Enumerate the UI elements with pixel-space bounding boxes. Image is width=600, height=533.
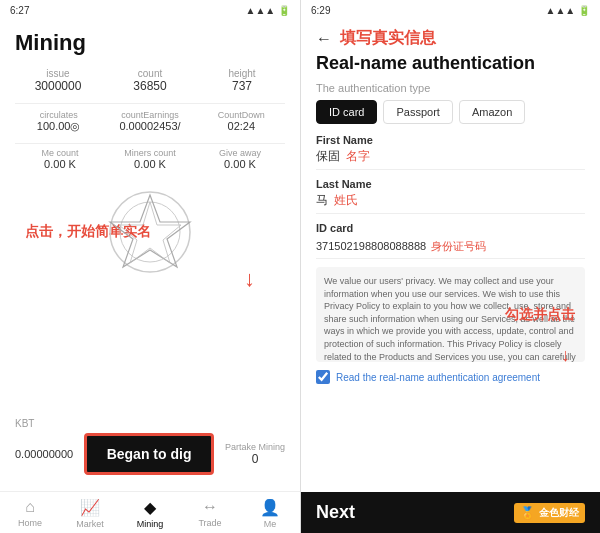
tab-id-card[interactable]: ID card bbox=[316, 100, 377, 124]
right-content: Real-name authentication The authenticat… bbox=[301, 53, 600, 492]
stat-circulates-value: 100.00◎ bbox=[15, 120, 102, 133]
kbt-label: KBT bbox=[15, 418, 285, 429]
stat-countdown-value: 02:24 bbox=[198, 120, 285, 132]
miners-count-label: Miners count bbox=[105, 148, 195, 158]
svg-point-1 bbox=[120, 202, 180, 262]
me-count-label: Me count bbox=[15, 148, 105, 158]
stat-issue: issue 3000000 bbox=[15, 68, 101, 93]
mining-title: Mining bbox=[15, 30, 285, 56]
circle-section: 点击，开始简单实名 ↓ bbox=[15, 182, 285, 282]
agreement-label[interactable]: Read the real-name authentication agreem… bbox=[336, 372, 540, 383]
svg-marker-2 bbox=[110, 195, 190, 267]
auth-type-label: The authentication type bbox=[316, 82, 585, 94]
dig-row: 0.00000000 Began to dig Partake Mining 0 bbox=[15, 433, 285, 475]
stat-count: count 36850 bbox=[107, 68, 193, 93]
market-icon: 📈 bbox=[80, 498, 100, 517]
give-away-label: Give away bbox=[195, 148, 285, 158]
tab-passport[interactable]: Passport bbox=[383, 100, 452, 124]
annotation2-text: 勾选并点击 bbox=[505, 306, 575, 324]
stat-issue-label: issue bbox=[15, 68, 101, 79]
nav-market[interactable]: 📈 Market bbox=[60, 498, 120, 529]
stat-circulates-label: circulates bbox=[15, 110, 102, 120]
first-name-prefix: 保固 bbox=[316, 148, 340, 165]
nav-mining-label: Mining bbox=[137, 519, 164, 529]
right-arrow-icon: ↓ bbox=[561, 345, 570, 366]
status-bar-right: 6:29 ▲▲▲ 🔋 bbox=[301, 0, 600, 20]
stat-circulates: circulates 100.00◎ bbox=[15, 110, 102, 133]
stat-height: height 737 bbox=[199, 68, 285, 93]
stat-countdown: CountDown 02:24 bbox=[198, 110, 285, 133]
stat-countearnings-label: countEarnings bbox=[106, 110, 193, 120]
give-away-value: 0.00 K bbox=[195, 158, 285, 170]
page-title-cn: 填写真实信息 bbox=[340, 28, 436, 49]
stat-count-label: count bbox=[107, 68, 193, 79]
circle-area: ↓ bbox=[15, 182, 285, 282]
right-time: 6:29 bbox=[311, 5, 330, 16]
miners-count-value: 0.00 K bbox=[105, 158, 195, 170]
nav-market-label: Market bbox=[76, 519, 104, 529]
id-card-label: ID card bbox=[316, 222, 585, 234]
began-dig-button[interactable]: Began to dig bbox=[84, 433, 215, 475]
stat-height-label: height bbox=[199, 68, 285, 79]
back-button[interactable]: ← bbox=[316, 30, 332, 48]
mining-logo bbox=[105, 187, 195, 277]
partake-label: Partake Mining bbox=[225, 442, 285, 452]
partake-value: 0 bbox=[225, 452, 285, 466]
next-button[interactable]: Next bbox=[316, 502, 355, 523]
bottom-nav: ⌂ Home 📈 Market ◆ Mining ↔ Trade 👤 Me bbox=[0, 491, 300, 533]
trade-icon: ↔ bbox=[202, 498, 218, 516]
down-arrow-icon: ↓ bbox=[244, 266, 255, 292]
nav-home[interactable]: ⌂ Home bbox=[0, 498, 60, 529]
left-panel: 6:27 ▲▲▲ 🔋 Mining issue 3000000 count 36… bbox=[0, 0, 300, 533]
last-name-placeholder: 姓氏 bbox=[334, 192, 358, 209]
svg-point-0 bbox=[110, 192, 190, 272]
nav-mining[interactable]: ◆ Mining bbox=[120, 498, 180, 529]
kbt-value: 0.00000000 bbox=[15, 448, 73, 460]
stat-countdown-label: CountDown bbox=[198, 110, 285, 120]
nav-trade[interactable]: ↔ Trade bbox=[180, 498, 240, 529]
privacy-section: We value our users' privacy. We may coll… bbox=[316, 267, 585, 362]
home-icon: ⌂ bbox=[25, 498, 35, 516]
auth-title: Real-name authentication bbox=[316, 53, 585, 74]
last-name-prefix: 马 bbox=[316, 192, 328, 209]
nav-me-label: Me bbox=[264, 519, 277, 529]
stats-grid: issue 3000000 count 36850 height 737 bbox=[15, 68, 285, 93]
id-card-section: ID card 371502198808088888 身份证号码 bbox=[316, 222, 585, 259]
mining-icon: ◆ bbox=[144, 498, 156, 517]
left-time: 6:27 bbox=[10, 5, 29, 16]
me-count-value: 0.00 K bbox=[15, 158, 105, 170]
tab-amazon[interactable]: Amazon bbox=[459, 100, 525, 124]
bottom-section: KBT 0.00000000 Began to dig Partake Mini… bbox=[0, 410, 300, 491]
id-card-placeholder: 身份证号码 bbox=[431, 240, 486, 252]
first-name-label: First Name bbox=[316, 134, 585, 146]
miners-count: Miners count 0.00 K bbox=[105, 148, 195, 170]
stat-height-value: 737 bbox=[199, 79, 285, 93]
tab-row: ID card Passport Amazon bbox=[316, 100, 585, 124]
nav-trade-label: Trade bbox=[198, 518, 221, 528]
nav-home-label: Home bbox=[18, 518, 42, 528]
brand-badge: 🏅 金色财经 bbox=[514, 503, 585, 523]
checkbox-row: Read the real-name authentication agreem… bbox=[316, 370, 585, 384]
me-icon: 👤 bbox=[260, 498, 280, 517]
id-card-value: 371502198808088888 bbox=[316, 240, 426, 252]
last-name-row: 马 姓氏 bbox=[316, 192, 585, 214]
nav-me[interactable]: 👤 Me bbox=[240, 498, 300, 529]
status-bar-left: 6:27 ▲▲▲ 🔋 bbox=[0, 0, 300, 20]
stat-count-value: 36850 bbox=[107, 79, 193, 93]
stat-countearnings: countEarnings 0.00002453/ bbox=[106, 110, 193, 133]
me-stats: Me count 0.00 K Miners count 0.00 K Give… bbox=[15, 143, 285, 174]
last-name-label: Last Name bbox=[316, 178, 585, 190]
me-count: Me count 0.00 K bbox=[15, 148, 105, 170]
right-header: ← 填写真实信息 bbox=[301, 20, 600, 53]
checkbox-container: Read the real-name authentication agreem… bbox=[316, 370, 585, 384]
stats-row2: circulates 100.00◎ countEarnings 0.00002… bbox=[15, 103, 285, 133]
last-name-section: Last Name 马 姓氏 bbox=[316, 178, 585, 214]
left-content: Mining issue 3000000 count 36850 height … bbox=[0, 20, 300, 410]
stat-issue-value: 3000000 bbox=[15, 79, 101, 93]
partake-mining: Partake Mining 0 bbox=[225, 442, 285, 466]
brand-text: 金色财经 bbox=[539, 506, 579, 520]
give-away: Give away 0.00 K bbox=[195, 148, 285, 170]
left-signal: ▲▲▲ 🔋 bbox=[246, 5, 290, 16]
first-name-section: First Name 保固 名字 bbox=[316, 134, 585, 170]
agreement-checkbox[interactable] bbox=[316, 370, 330, 384]
